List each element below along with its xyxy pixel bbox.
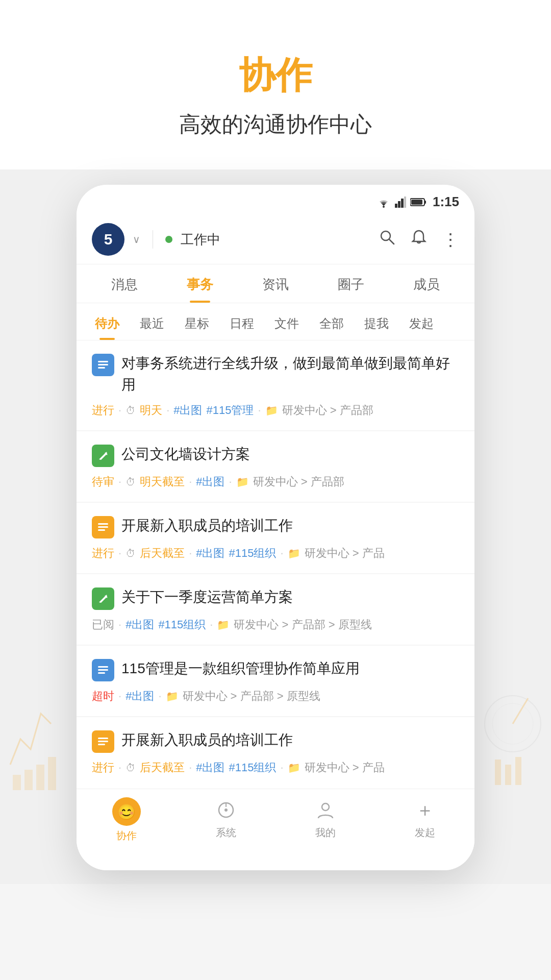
tab-news[interactable]: 资讯 [238, 264, 313, 303]
task-item[interactable]: 公司文化墙设计方案 待审 · ⏱ 明天截至 · #出图 · 📁 研发中心 > 产… [77, 431, 474, 502]
collab-icon: 😊 [112, 797, 141, 826]
phone-wrapper: 1:15 5 ∨ 工作中 [0, 169, 551, 884]
svg-rect-26 [98, 529, 105, 531]
mine-icon [313, 797, 338, 823]
svg-rect-9 [515, 757, 521, 785]
task-meta: 待审 · ⏱ 明天截至 · #出图 · 📁 研发中心 > 产品部 [92, 474, 459, 489]
tab-messages[interactable]: 消息 [87, 264, 162, 303]
svg-rect-17 [411, 200, 422, 205]
task-path: 研发中心 > 产品 [305, 546, 385, 561]
task-status: 待审 [92, 474, 114, 489]
task-tag1: #出图 [126, 689, 154, 704]
task-status: 进行 [92, 760, 114, 775]
task-item[interactable]: 115管理是一款组织管理协作简单应用 超时 · #出图 · 📁 研发中心 > 产… [77, 646, 474, 716]
tab-tasks[interactable]: 事务 [162, 264, 238, 303]
svg-rect-14 [404, 197, 406, 208]
status-label: 工作中 [181, 231, 220, 249]
task-title: 开展新入职成员的培训工作 [121, 515, 293, 536]
task-icon-green [92, 587, 114, 610]
search-icon[interactable] [379, 229, 396, 250]
svg-rect-1 [24, 770, 33, 790]
phone-bottom-bar [77, 855, 474, 870]
deco-chart-left [5, 663, 61, 807]
subtab-started[interactable]: 发起 [401, 311, 442, 336]
svg-rect-31 [98, 738, 108, 739]
task-time: 明天 [140, 403, 162, 418]
top-section: 协作 高效的沟通协作中心 [0, 0, 551, 169]
task-status: 进行 [92, 546, 114, 561]
svg-rect-28 [98, 666, 108, 668]
dropdown-arrow-icon[interactable]: ∨ [133, 233, 140, 246]
svg-rect-11 [395, 204, 397, 208]
svg-point-10 [383, 206, 385, 208]
task-time: 后天截至 [140, 760, 185, 775]
header-actions: ⋮ [379, 229, 459, 250]
task-item[interactable]: 对事务系统进行全线升级，做到最简单做到最简单好用 进行 · ⏱ 明天 · #出图… [77, 340, 474, 430]
subtab-schedule[interactable]: 日程 [221, 311, 262, 336]
task-path: 研发中心 > 产品部 [253, 474, 344, 489]
task-icon-orange [92, 516, 114, 538]
task-path: 研发中心 > 产品部 > 原型线 [183, 689, 320, 704]
task-title: 115管理是一款组织管理协作简单应用 [121, 658, 360, 679]
svg-rect-3 [48, 757, 56, 790]
subtab-starred[interactable]: 星标 [177, 311, 217, 336]
task-icon-orange [92, 730, 114, 753]
sub-title: 高效的沟通协作中心 [20, 110, 531, 139]
subtab-pending[interactable]: 待办 [87, 311, 128, 336]
nav-item-collab[interactable]: 😊 协作 [77, 797, 176, 843]
nav-item-system[interactable]: 系统 [176, 797, 276, 843]
more-icon[interactable]: ⋮ [442, 229, 459, 250]
task-item[interactable]: 开展新入职成员的培训工作 进行 · ⏱ 后天截至 · #出图 #115组织 · … [77, 717, 474, 788]
subtab-files[interactable]: 文件 [266, 311, 307, 336]
svg-rect-33 [98, 744, 105, 745]
online-status-dot [165, 236, 172, 243]
phone-frame: 1:15 5 ∨ 工作中 [77, 185, 474, 870]
mine-label: 我的 [315, 826, 336, 840]
task-title: 关于下一季度运营简单方案 [121, 586, 293, 608]
notification-icon[interactable] [410, 229, 428, 250]
avatar-badge[interactable]: 5 [92, 223, 124, 256]
task-list: 对事务系统进行全线升级，做到最简单做到最简单好用 进行 · ⏱ 明天 · #出图… [77, 340, 474, 788]
task-icon-green [92, 445, 114, 467]
task-time: 后天截至 [140, 546, 185, 561]
svg-rect-16 [424, 201, 426, 204]
system-icon [213, 797, 239, 823]
task-path: 研发中心 > 产品部 [282, 403, 373, 418]
wifi-icon [377, 197, 391, 208]
time-icon: ⏱ [126, 405, 136, 416]
task-meta: 进行 · ⏱ 明天 · #出图 #115管理 · 📁 研发中心 > 产品部 [92, 403, 459, 418]
task-tag1: #出图 [126, 617, 154, 632]
svg-rect-2 [36, 765, 44, 790]
header-divider [153, 230, 153, 249]
task-item[interactable]: 关于下一季度运营简单方案 已阅 · #出图 #115组织 · 📁 研发中心 > … [77, 574, 474, 645]
app-header: 5 ∨ 工作中 ⋮ [77, 215, 474, 264]
task-title: 开展新入职成员的培训工作 [121, 729, 293, 751]
svg-point-37 [322, 803, 329, 811]
svg-rect-25 [98, 526, 108, 528]
svg-rect-7 [495, 760, 501, 785]
task-status: 进行 [92, 403, 114, 418]
tab-circle[interactable]: 圈子 [313, 264, 389, 303]
tab-members[interactable]: 成员 [389, 264, 464, 303]
bottom-navigation: 😊 协作 系统 [77, 789, 474, 855]
create-icon: ＋ [412, 797, 438, 823]
subtab-recent[interactable]: 最近 [132, 311, 172, 336]
task-meta: 超时 · #出图 · 📁 研发中心 > 产品部 > 原型线 [92, 689, 459, 704]
task-tag2: #115组织 [158, 617, 206, 632]
subtab-all[interactable]: 全部 [311, 311, 352, 336]
task-tag2: #115组织 [229, 546, 277, 561]
nav-item-create[interactable]: ＋ 发起 [375, 797, 474, 843]
task-tag1: #出图 [196, 760, 224, 775]
svg-rect-20 [98, 361, 108, 362]
signal-icon [395, 197, 406, 208]
main-title: 协作 [20, 51, 531, 100]
task-meta: 进行 · ⏱ 后天截至 · #出图 #115组织 · 📁 研发中心 > 产品 [92, 760, 459, 775]
task-icon-blue [92, 659, 114, 681]
task-time: 明天截至 [140, 474, 185, 489]
nav-item-mine[interactable]: 我的 [276, 797, 375, 843]
system-label: 系统 [216, 826, 236, 840]
svg-rect-21 [98, 364, 108, 365]
task-tag2: #115管理 [207, 403, 254, 418]
task-item[interactable]: 开展新入职成员的培训工作 进行 · ⏱ 后天截至 · #出图 #115组织 · … [77, 503, 474, 573]
subtab-mention[interactable]: 提我 [356, 311, 397, 336]
